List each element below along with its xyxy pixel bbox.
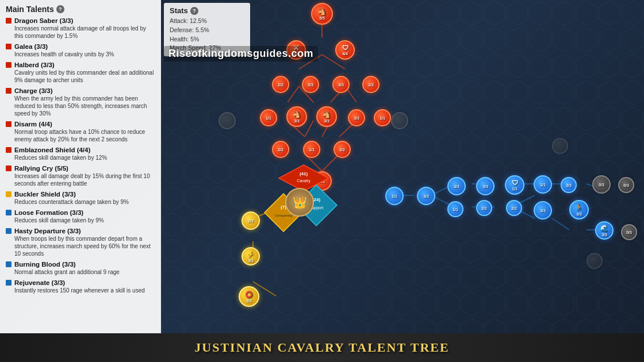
- talent-name-8: Loose Formation (3/3): [6, 209, 155, 216]
- talent-dot-6: [6, 165, 12, 171]
- svg-line-24: [552, 218, 569, 230]
- talent-item-11: Rejuvenate (3/3) Instantly restores 150 …: [6, 279, 155, 294]
- talent-desc-2: Cavalry units led by this commander deal…: [6, 69, 155, 84]
- node-cavalry-m5[interactable]: 1/1: [303, 141, 320, 158]
- node-cavalry-l3[interactable]: 2/2: [272, 76, 289, 93]
- panel-title-text: Main Talents: [6, 5, 54, 14]
- node-cavalry-l5[interactable]: 2/2: [272, 141, 289, 158]
- node-conq-1[interactable]: 2/3: [241, 211, 260, 230]
- talent-name-text-10: Burning Blood (3/3): [14, 261, 76, 268]
- talent-item-9: Hasty Departure (3/3) When troops led by…: [6, 228, 155, 257]
- svg-text:(41): (41): [300, 171, 308, 176]
- stat-defense: Defense: 5.5%: [170, 26, 244, 35]
- talent-desc-7: Reduces counterattack damage taken by 9%: [6, 198, 155, 206]
- cavalry-mc4-icon: 🐴: [323, 111, 331, 118]
- talent-name-11: Rejuvenate (3/3): [6, 279, 155, 286]
- talent-name-1: Galea (3/3): [6, 43, 155, 50]
- talent-dot-0: [6, 18, 12, 24]
- node-gray-2[interactable]: 0/3: [618, 177, 634, 193]
- talent-item-5: Emblazoned Shield (4/4) Reduces skill da…: [6, 147, 155, 161]
- node-support-4a[interactable]: 3/3: [476, 177, 494, 195]
- talent-name-text-8: Loose Formation (3/3): [14, 209, 83, 216]
- talent-name-0: Dragon Saber (3/3): [6, 17, 155, 24]
- talent-dot-11: [6, 280, 12, 286]
- node-bg-1: [218, 112, 236, 129]
- page-title: Justinian Cavalry Talent Tree: [194, 340, 449, 355]
- talent-item-3: Charge (3/3) When the army led by this c…: [6, 87, 155, 117]
- node-support-7b[interactable]: 🏃 3/3: [569, 200, 589, 219]
- node-support-2[interactable]: 3/3: [417, 187, 435, 205]
- node-support-3a[interactable]: 3/3: [447, 177, 466, 195]
- node-conq-2[interactable]: ⚡ 3/3: [241, 247, 260, 265]
- talent-dot-8: [6, 210, 12, 215]
- talent-name-3: Charge (3/3): [6, 87, 155, 94]
- talent-name-2: Halberd (3/3): [6, 61, 155, 68]
- node-bg-4: [586, 253, 603, 269]
- conq-3-icon: ⭕: [245, 291, 253, 298]
- stat-health: Health: 5%: [170, 35, 244, 44]
- help-icon[interactable]: ?: [56, 5, 64, 13]
- talent-desc-3: When the army led by this commander has …: [6, 95, 155, 117]
- talent-dot-3: [6, 88, 12, 94]
- support-end-icon: 🌊: [600, 225, 608, 232]
- node-support-6b[interactable]: 3/3: [534, 201, 552, 219]
- talent-name-5: Emblazoned Shield (4/4): [6, 147, 155, 153]
- node-cavalry-r3[interactable]: 2/2: [362, 76, 379, 93]
- node-bg-3: [552, 138, 568, 154]
- node-cavalry-right2[interactable]: 🛡 4/4: [335, 40, 355, 60]
- node-cavalry-top[interactable]: 🐴 5/5: [311, 3, 333, 25]
- cavalry-m4-icon: 🐴: [293, 111, 301, 118]
- talent-item-7: Buckler Shield (3/3) Reduces counteratta…: [6, 191, 155, 206]
- talent-item-8: Loose Formation (3/3) Reduces skill dama…: [6, 209, 155, 224]
- talent-dot-2: [6, 62, 12, 68]
- talent-item-4: Disarm (4/4) Normal troop attacks have a…: [6, 121, 155, 143]
- node-cavalry-mr3[interactable]: 3/3: [332, 76, 350, 93]
- svg-text:Conquering: Conquering: [274, 214, 292, 217]
- node-support-6a[interactable]: 1/1: [534, 175, 552, 194]
- node-support-7a[interactable]: 3/3: [561, 177, 577, 193]
- node-cavalry-mc4[interactable]: 🐴 3/3: [316, 106, 337, 127]
- talent-name-text-5: Emblazoned Shield (4/4): [14, 147, 90, 153]
- node-support-end[interactable]: 🌊 3/3: [595, 221, 614, 240]
- node-cavalry-m4[interactable]: 🐴 3/3: [286, 106, 307, 127]
- node-support-5a[interactable]: 🛡 1/1: [505, 175, 524, 195]
- commander-portrait: 👑: [285, 188, 314, 217]
- talent-dot-9: [6, 228, 12, 234]
- talent-item-2: Halberd (3/3) Cavalry units led by this …: [6, 61, 155, 84]
- talent-name-text-4: Disarm (4/4): [14, 121, 52, 128]
- stat-attack: Attack: 12.5%: [170, 17, 244, 26]
- talent-dot-5: [6, 147, 12, 153]
- talent-desc-0: Increases normal attack damage of all tr…: [6, 25, 155, 40]
- node-gray-1[interactable]: 0/3: [592, 175, 611, 194]
- watermark-text: Riseofkingdomsguides.com: [168, 48, 313, 59]
- talent-desc-8: Reduces skill damage taken by 9%: [6, 217, 155, 224]
- node-support-3b[interactable]: 1/1: [447, 201, 463, 217]
- node-cavalry-r4[interactable]: 1/1: [374, 109, 391, 126]
- panel-title: Main Talents ?: [6, 5, 155, 14]
- talent-desc-4: Normal troop attacks have a 10% chance t…: [6, 128, 155, 143]
- bottom-title-bar: Justinian Cavalry Talent Tree: [0, 333, 644, 362]
- talent-name-text-1: Galea (3/3): [14, 43, 48, 50]
- talent-dot-7: [6, 191, 12, 197]
- stats-title: Stats ?: [170, 6, 244, 15]
- stats-help-icon[interactable]: ?: [190, 7, 198, 15]
- node-cavalry-l4[interactable]: 1/1: [260, 109, 277, 126]
- talent-name-4: Disarm (4/4): [6, 121, 155, 128]
- talent-desc-9: When troops led by this commander depart…: [6, 235, 155, 257]
- commander-icon: 👑: [293, 195, 307, 209]
- support-7b-icon: 🏃: [575, 204, 583, 211]
- node-conq-3[interactable]: ⭕ 3/3: [239, 286, 259, 307]
- node-cavalry-mr5[interactable]: 2/2: [334, 141, 351, 158]
- talent-name-6: Rallying Cry (5/5): [6, 165, 155, 172]
- talent-name-text-6: Rallying Cry (5/5): [14, 165, 68, 172]
- node-support-5b[interactable]: 2/2: [506, 200, 522, 216]
- node-gray-3[interactable]: 0/3: [621, 224, 637, 240]
- talent-name-text-11: Rejuvenate (3/3): [14, 279, 65, 286]
- talent-desc-5: Reduces skill damage taken by 12%: [6, 154, 155, 161]
- node-cavalry-m3[interactable]: 3/3: [302, 76, 319, 93]
- talent-item-1: Galea (3/3) Increases health of cavalry …: [6, 43, 155, 58]
- talent-name-text-7: Buckler Shield (3/3): [14, 191, 76, 198]
- node-cavalry-mr4[interactable]: 3/3: [348, 109, 365, 126]
- node-support-4b[interactable]: 2/2: [476, 200, 492, 216]
- node-support-1[interactable]: 1/1: [385, 187, 404, 205]
